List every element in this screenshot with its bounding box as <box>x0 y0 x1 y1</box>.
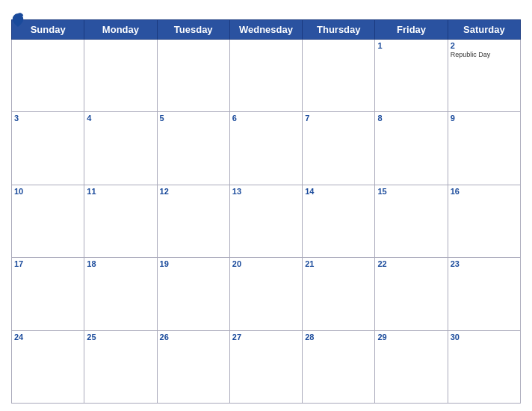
calendar-week-5: 24252627282930 <box>12 330 521 403</box>
day-number: 5 <box>160 114 227 123</box>
calendar-cell: 22 <box>375 258 448 330</box>
day-number: 23 <box>451 259 518 268</box>
calendar-table: SundayMondayTuesdayWednesdayThursdayFrid… <box>11 19 521 404</box>
day-number: 21 <box>305 259 372 268</box>
day-number: 24 <box>14 333 81 342</box>
calendar-week-1: 12Republic Day <box>12 40 521 112</box>
day-number: 25 <box>87 333 154 342</box>
day-header-thursday: Thursday <box>303 20 375 40</box>
day-number: 2 <box>451 41 518 50</box>
day-number: 3 <box>14 114 81 123</box>
day-number: 12 <box>160 187 227 196</box>
calendar-cell: 17 <box>12 258 84 330</box>
calendar-cell: 24 <box>12 330 84 403</box>
calendar-cell: 13 <box>229 185 302 257</box>
calendar-cell: 12 <box>157 185 229 257</box>
calendar-cell: 28 <box>303 330 375 403</box>
calendar-header-row: SundayMondayTuesdayWednesdayThursdayFrid… <box>12 20 521 40</box>
calendar-cell: 9 <box>448 112 520 185</box>
calendar-cell: 14 <box>303 185 375 257</box>
day-number: 26 <box>160 333 227 342</box>
day-number: 8 <box>377 114 445 123</box>
calendar-cell: 4 <box>84 112 157 185</box>
calendar-cell: 1 <box>375 40 448 112</box>
day-number: 4 <box>87 114 154 123</box>
day-number: 16 <box>451 187 518 196</box>
calendar-cell: 27 <box>229 330 302 403</box>
calendar-cell <box>157 40 229 112</box>
day-number: 10 <box>14 187 81 196</box>
day-number: 14 <box>305 187 372 196</box>
calendar-cell: 30 <box>448 330 520 403</box>
calendar-cell: 20 <box>229 258 302 330</box>
day-number: 29 <box>377 333 445 342</box>
calendar-cell: 19 <box>157 258 229 330</box>
calendar-cell <box>303 40 375 112</box>
day-number: 19 <box>160 259 227 268</box>
day-number: 6 <box>232 114 300 123</box>
calendar-cell: 18 <box>84 258 157 330</box>
day-number: 28 <box>305 333 372 342</box>
day-number: 13 <box>232 187 300 196</box>
calendar-cell: 6 <box>229 112 302 185</box>
day-header-wednesday: Wednesday <box>229 20 302 40</box>
calendar-cell: 8 <box>375 112 448 185</box>
calendar-cell: 23 <box>448 258 520 330</box>
calendar-cell: 7 <box>303 112 375 185</box>
day-header-friday: Friday <box>375 20 448 40</box>
calendar-week-3: 10111213141516 <box>12 185 521 257</box>
day-header-tuesday: Tuesday <box>157 20 229 40</box>
calendar-cell: 5 <box>157 112 229 185</box>
calendar-cell: 16 <box>448 185 520 257</box>
day-number: 18 <box>87 259 154 268</box>
day-number: 11 <box>87 187 154 196</box>
day-number: 22 <box>377 259 445 268</box>
day-event: Republic Day <box>451 51 518 58</box>
calendar-cell: 25 <box>84 330 157 403</box>
day-header-saturday: Saturday <box>448 20 520 40</box>
calendar-cell: 21 <box>303 258 375 330</box>
calendar-cell: 2Republic Day <box>448 40 520 112</box>
calendar-cell <box>229 40 302 112</box>
day-number: 15 <box>377 187 445 196</box>
calendar-cell <box>12 40 84 112</box>
day-header-monday: Monday <box>84 20 157 40</box>
calendar-header <box>11 7 521 15</box>
day-number: 1 <box>377 41 445 50</box>
calendar-cell: 11 <box>84 185 157 257</box>
calendar-cell: 26 <box>157 330 229 403</box>
logo-bird-icon <box>11 12 25 31</box>
calendar-cell <box>84 40 157 112</box>
day-number: 27 <box>232 333 300 342</box>
calendar-cell: 10 <box>12 185 84 257</box>
calendar-week-4: 17181920212223 <box>12 258 521 330</box>
day-number: 20 <box>232 259 300 268</box>
day-number: 30 <box>451 333 518 342</box>
calendar-cell: 3 <box>12 112 84 185</box>
day-number: 9 <box>451 114 518 123</box>
day-number: 7 <box>305 114 372 123</box>
calendar-week-2: 3456789 <box>12 112 521 185</box>
day-number: 17 <box>14 259 81 268</box>
calendar-cell: 29 <box>375 330 448 403</box>
calendar-cell: 15 <box>375 185 448 257</box>
